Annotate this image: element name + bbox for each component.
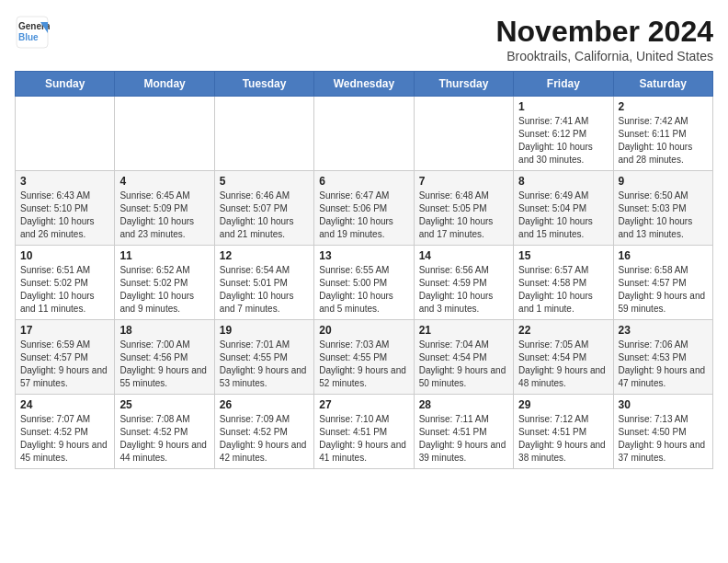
day-number: 15 (518, 249, 608, 262)
day-detail: Sunrise: 7:01 AM Sunset: 4:55 PM Dayligh… (220, 339, 309, 390)
calendar-cell (115, 97, 214, 171)
day-detail: Sunrise: 7:10 AM Sunset: 4:51 PM Dayligh… (319, 413, 408, 465)
calendar-cell: 15Sunrise: 6:57 AM Sunset: 4:58 PM Dayli… (514, 246, 613, 320)
calendar-cell: 20Sunrise: 7:03 AM Sunset: 4:55 PM Dayli… (314, 320, 414, 395)
title-block: November 2024 Brooktrails, California, U… (495, 15, 713, 63)
calendar-header-row: SundayMondayTuesdayWednesdayThursdayFrid… (16, 72, 713, 97)
col-header-friday: Friday (514, 72, 613, 97)
day-detail: Sunrise: 7:41 AM Sunset: 6:12 PM Dayligh… (518, 115, 608, 167)
day-number: 27 (319, 398, 408, 411)
calendar-cell: 24Sunrise: 7:07 AM Sunset: 4:52 PM Dayli… (16, 395, 115, 469)
week-row-1: 1Sunrise: 7:41 AM Sunset: 6:12 PM Daylig… (16, 97, 713, 171)
day-number: 5 (220, 175, 309, 188)
day-number: 26 (220, 398, 309, 411)
day-detail: Sunrise: 7:03 AM Sunset: 4:55 PM Dayligh… (319, 339, 408, 390)
day-detail: Sunrise: 6:51 AM Sunset: 5:02 PM Dayligh… (20, 264, 109, 316)
svg-text:Blue: Blue (18, 32, 39, 42)
day-number: 7 (419, 175, 508, 188)
calendar-cell: 27Sunrise: 7:10 AM Sunset: 4:51 PM Dayli… (314, 395, 414, 469)
calendar-cell: 19Sunrise: 7:01 AM Sunset: 4:55 PM Dayli… (214, 320, 313, 395)
calendar-cell: 3Sunrise: 6:43 AM Sunset: 5:10 PM Daylig… (16, 171, 115, 246)
week-row-5: 24Sunrise: 7:07 AM Sunset: 4:52 PM Dayli… (16, 395, 713, 469)
day-detail: Sunrise: 7:13 AM Sunset: 4:50 PM Dayligh… (619, 413, 708, 465)
calendar-cell: 21Sunrise: 7:04 AM Sunset: 4:54 PM Dayli… (414, 320, 513, 395)
col-header-saturday: Saturday (613, 72, 712, 97)
day-detail: Sunrise: 6:50 AM Sunset: 5:03 PM Dayligh… (619, 190, 708, 241)
col-header-wednesday: Wednesday (314, 72, 414, 97)
day-detail: Sunrise: 7:07 AM Sunset: 4:52 PM Dayligh… (20, 413, 109, 465)
calendar-cell: 17Sunrise: 6:59 AM Sunset: 4:57 PM Dayli… (16, 320, 115, 395)
logo: General Blue (15, 15, 50, 50)
day-detail: Sunrise: 6:46 AM Sunset: 5:07 PM Dayligh… (220, 190, 309, 241)
calendar-cell: 14Sunrise: 6:56 AM Sunset: 4:59 PM Dayli… (414, 246, 513, 320)
day-detail: Sunrise: 7:04 AM Sunset: 4:54 PM Dayligh… (419, 339, 508, 390)
calendar-cell: 2Sunrise: 7:42 AM Sunset: 6:11 PM Daylig… (613, 97, 712, 171)
day-number: 9 (619, 175, 708, 188)
day-number: 11 (119, 249, 209, 262)
calendar-cell: 30Sunrise: 7:13 AM Sunset: 4:50 PM Dayli… (613, 395, 712, 469)
week-row-3: 10Sunrise: 6:51 AM Sunset: 5:02 PM Dayli… (16, 246, 713, 320)
day-number: 30 (619, 398, 708, 411)
calendar-cell: 12Sunrise: 6:54 AM Sunset: 5:01 PM Dayli… (214, 246, 313, 320)
header: General Blue November 2024 Brooktrails, … (15, 15, 713, 63)
day-number: 14 (419, 249, 508, 262)
day-number: 3 (20, 175, 109, 188)
day-detail: Sunrise: 6:43 AM Sunset: 5:10 PM Dayligh… (20, 190, 109, 241)
day-number: 23 (619, 324, 708, 337)
day-detail: Sunrise: 6:49 AM Sunset: 5:04 PM Dayligh… (518, 190, 608, 241)
calendar-cell: 1Sunrise: 7:41 AM Sunset: 6:12 PM Daylig… (514, 97, 613, 171)
day-detail: Sunrise: 6:56 AM Sunset: 4:59 PM Dayligh… (419, 264, 508, 316)
day-number: 28 (419, 398, 508, 411)
day-number: 21 (419, 324, 508, 337)
week-row-4: 17Sunrise: 6:59 AM Sunset: 4:57 PM Dayli… (16, 320, 713, 395)
day-number: 16 (619, 249, 708, 262)
day-detail: Sunrise: 7:05 AM Sunset: 4:54 PM Dayligh… (518, 339, 608, 390)
calendar-body: 1Sunrise: 7:41 AM Sunset: 6:12 PM Daylig… (16, 97, 713, 469)
day-detail: Sunrise: 7:06 AM Sunset: 4:53 PM Dayligh… (619, 339, 708, 390)
calendar-cell: 5Sunrise: 6:46 AM Sunset: 5:07 PM Daylig… (214, 171, 313, 246)
calendar-cell: 25Sunrise: 7:08 AM Sunset: 4:52 PM Dayli… (115, 395, 214, 469)
day-number: 6 (319, 175, 408, 188)
col-header-sunday: Sunday (16, 72, 115, 97)
calendar-cell: 28Sunrise: 7:11 AM Sunset: 4:51 PM Dayli… (414, 395, 513, 469)
calendar-cell: 13Sunrise: 6:55 AM Sunset: 5:00 PM Dayli… (314, 246, 414, 320)
day-detail: Sunrise: 6:54 AM Sunset: 5:01 PM Dayligh… (220, 264, 309, 316)
day-detail: Sunrise: 7:08 AM Sunset: 4:52 PM Dayligh… (119, 413, 209, 465)
day-detail: Sunrise: 6:58 AM Sunset: 4:57 PM Dayligh… (619, 264, 708, 316)
day-number: 19 (220, 324, 309, 337)
day-number: 4 (119, 175, 209, 188)
day-detail: Sunrise: 6:57 AM Sunset: 4:58 PM Dayligh… (518, 264, 608, 316)
calendar-cell (414, 97, 513, 171)
calendar-cell: 4Sunrise: 6:45 AM Sunset: 5:09 PM Daylig… (115, 171, 214, 246)
day-number: 12 (220, 249, 309, 262)
calendar-cell: 11Sunrise: 6:52 AM Sunset: 5:02 PM Dayli… (115, 246, 214, 320)
day-detail: Sunrise: 7:00 AM Sunset: 4:56 PM Dayligh… (119, 339, 209, 390)
day-detail: Sunrise: 7:42 AM Sunset: 6:11 PM Dayligh… (619, 115, 708, 167)
week-row-2: 3Sunrise: 6:43 AM Sunset: 5:10 PM Daylig… (16, 171, 713, 246)
day-number: 1 (518, 100, 608, 113)
col-header-monday: Monday (115, 72, 214, 97)
day-detail: Sunrise: 6:55 AM Sunset: 5:00 PM Dayligh… (319, 264, 408, 316)
day-detail: Sunrise: 6:59 AM Sunset: 4:57 PM Dayligh… (20, 339, 109, 390)
calendar-cell: 8Sunrise: 6:49 AM Sunset: 5:04 PM Daylig… (514, 171, 613, 246)
calendar-cell: 6Sunrise: 6:47 AM Sunset: 5:06 PM Daylig… (314, 171, 414, 246)
logo-icon: General Blue (15, 15, 50, 50)
calendar-cell (314, 97, 414, 171)
day-number: 17 (20, 324, 109, 337)
calendar-cell: 26Sunrise: 7:09 AM Sunset: 4:52 PM Dayli… (214, 395, 313, 469)
col-header-thursday: Thursday (414, 72, 513, 97)
day-detail: Sunrise: 6:47 AM Sunset: 5:06 PM Dayligh… (319, 190, 408, 241)
calendar-cell (214, 97, 313, 171)
calendar-table: SundayMondayTuesdayWednesdayThursdayFrid… (15, 71, 713, 469)
month-title: November 2024 (495, 15, 713, 49)
day-number: 22 (518, 324, 608, 337)
day-detail: Sunrise: 6:52 AM Sunset: 5:02 PM Dayligh… (119, 264, 209, 316)
calendar-cell: 22Sunrise: 7:05 AM Sunset: 4:54 PM Dayli… (514, 320, 613, 395)
day-number: 18 (119, 324, 209, 337)
day-detail: Sunrise: 6:45 AM Sunset: 5:09 PM Dayligh… (119, 190, 209, 241)
day-number: 25 (119, 398, 209, 411)
day-number: 24 (20, 398, 109, 411)
calendar-cell: 16Sunrise: 6:58 AM Sunset: 4:57 PM Dayli… (613, 246, 712, 320)
day-number: 20 (319, 324, 408, 337)
calendar-cell: 23Sunrise: 7:06 AM Sunset: 4:53 PM Dayli… (613, 320, 712, 395)
